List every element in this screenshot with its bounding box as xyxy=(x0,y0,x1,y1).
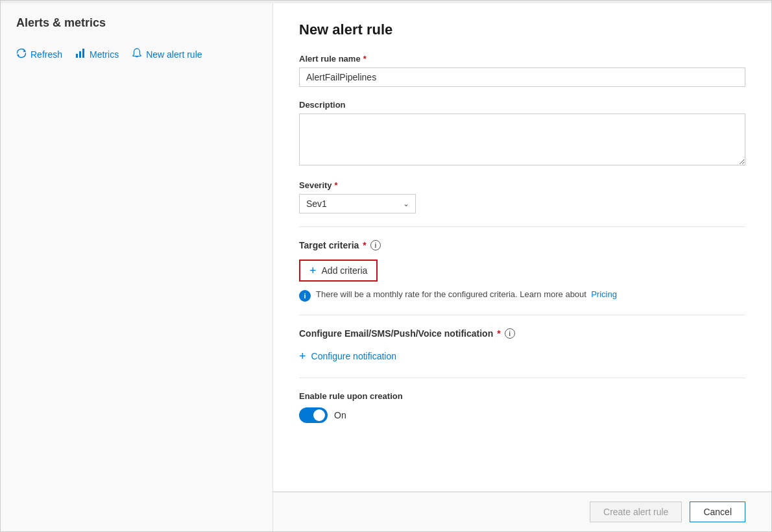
svg-rect-0 xyxy=(76,54,78,58)
new-alert-icon xyxy=(132,48,142,61)
notification-section: Configure Email/SMS/Push/Voice notificat… xyxy=(299,328,745,365)
configure-plus-icon: + xyxy=(299,350,306,362)
main-layout: Alerts & metrics Refresh xyxy=(1,3,771,531)
notification-header: Configure Email/SMS/Push/Voice notificat… xyxy=(299,328,745,339)
svg-rect-1 xyxy=(79,51,81,58)
info-message-text: There will be a monthly rate for the con… xyxy=(316,289,617,299)
sidebar: Alerts & metrics Refresh xyxy=(1,3,273,531)
right-panel: New alert rule Alert rule name * Descrip… xyxy=(273,3,771,531)
info-filled-icon: i xyxy=(299,290,311,302)
svg-rect-2 xyxy=(82,49,84,58)
add-criteria-button[interactable]: + Add criteria xyxy=(299,260,378,282)
metrics-button[interactable]: Metrics xyxy=(75,45,119,64)
pricing-info-message: i There will be a monthly rate for the c… xyxy=(299,289,745,302)
metrics-label: Metrics xyxy=(90,49,119,60)
notification-info-icon[interactable]: i xyxy=(505,328,515,339)
refresh-icon xyxy=(16,48,27,61)
footer: Create alert rule Cancel xyxy=(273,492,771,531)
description-section: Description xyxy=(299,100,745,167)
refresh-button[interactable]: Refresh xyxy=(16,45,62,64)
severity-select-wrapper: Sev0 Sev1 Sev2 Sev3 Sev4 ⌄ xyxy=(299,194,416,213)
notification-required: * xyxy=(497,328,500,339)
plus-icon: + xyxy=(309,265,317,276)
target-criteria-header: Target criteria * i xyxy=(299,240,745,250)
enable-rule-toggle[interactable] xyxy=(299,407,328,423)
toggle-track xyxy=(299,407,328,423)
pricing-link[interactable]: Pricing xyxy=(591,289,617,299)
add-criteria-label: Add criteria xyxy=(322,265,368,276)
alert-rule-name-label: Alert rule name * xyxy=(299,54,745,64)
severity-required-indicator: * xyxy=(335,180,338,190)
toggle-container: On xyxy=(299,407,745,423)
divider-2 xyxy=(299,315,745,315)
target-criteria-section: Target criteria * i + Add criteria i The… xyxy=(299,240,745,302)
toggle-thumb xyxy=(313,409,325,421)
sidebar-actions: Refresh Metrics xyxy=(16,45,257,64)
configure-notification-button[interactable]: + Configure notification xyxy=(299,348,396,365)
severity-select[interactable]: Sev0 Sev1 Sev2 Sev3 Sev4 xyxy=(299,194,416,213)
enable-rule-section: Enable rule upon creation On xyxy=(299,391,745,423)
metrics-icon xyxy=(75,48,86,61)
enable-rule-label: Enable rule upon creation xyxy=(299,391,745,401)
divider-3 xyxy=(299,378,745,378)
configure-notification-label: Configure notification xyxy=(311,351,397,361)
description-label: Description xyxy=(299,100,745,110)
divider-1 xyxy=(299,226,745,227)
new-alert-label: New alert rule xyxy=(146,49,202,60)
page-title: New alert rule xyxy=(299,21,745,38)
description-input[interactable] xyxy=(299,114,745,165)
severity-section: Severity * Sev0 Sev1 Sev2 Sev3 Sev4 ⌄ xyxy=(299,180,745,213)
target-criteria-required: * xyxy=(363,240,366,250)
severity-label: Severity * xyxy=(299,180,745,190)
content-area: New alert rule Alert rule name * Descrip… xyxy=(273,3,771,492)
new-alert-rule-button[interactable]: New alert rule xyxy=(132,45,202,64)
sidebar-title: Alerts & metrics xyxy=(16,16,257,30)
required-indicator: * xyxy=(363,54,367,64)
cancel-button[interactable]: Cancel xyxy=(690,502,745,522)
alert-rule-name-input[interactable] xyxy=(299,67,745,87)
create-alert-rule-button[interactable]: Create alert rule xyxy=(590,502,682,522)
toggle-state-label: On xyxy=(334,410,346,420)
target-criteria-info-icon[interactable]: i xyxy=(370,240,381,250)
refresh-label: Refresh xyxy=(30,49,62,60)
alert-rule-name-section: Alert rule name * xyxy=(299,54,745,87)
